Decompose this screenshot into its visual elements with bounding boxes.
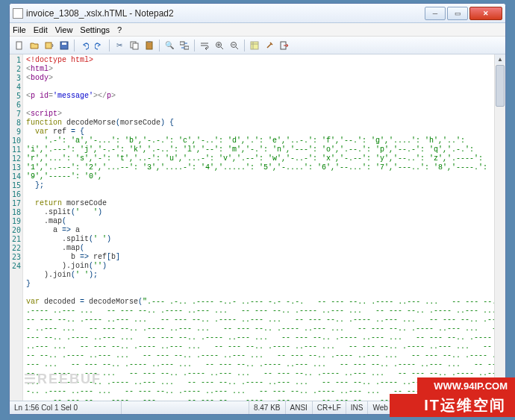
svg-rect-7	[148, 41, 151, 43]
line-number-gutter: 1 2 3 4 5 6 7 8 9 10 11 12 13 14 15 16 1…	[10, 54, 23, 401]
status-position: Ln 1:56 Col 1 Sel 0	[10, 401, 122, 414]
titlebar[interactable]: invoice_1308_.xslx.hTML - Notepad2 ─ ▭ ✕	[10, 4, 505, 23]
status-filesize: 8.47 KB	[249, 401, 286, 414]
toolbar-separator	[244, 40, 245, 51]
replace-icon[interactable]	[178, 39, 191, 52]
vertical-scrollbar[interactable]: ▲ ▼	[494, 54, 505, 401]
menu-help[interactable]: ?	[117, 25, 122, 34]
watermark-brand: IT运维空间	[390, 394, 515, 417]
menubar: File Edit View Settings ?	[10, 23, 505, 37]
window-buttons: ─ ▭ ✕	[423, 7, 502, 20]
svg-rect-1	[46, 43, 52, 48]
code-content[interactable]: <!doctype html> <html> <body> <p id='mes…	[23, 54, 505, 401]
status-eol: CR+LF	[313, 401, 346, 414]
app-window: invoice_1308_.xslx.hTML - Notepad2 ─ ▭ ✕…	[9, 3, 506, 415]
svg-rect-12	[251, 42, 258, 49]
status-spacer	[122, 401, 249, 414]
zoom-in-icon[interactable]	[213, 39, 226, 52]
new-file-icon[interactable]	[13, 39, 26, 52]
scheme-icon[interactable]	[248, 39, 261, 52]
svg-rect-0	[16, 42, 22, 49]
svg-rect-3	[62, 43, 66, 45]
menu-edit[interactable]: Edit	[34, 25, 48, 34]
zoom-out-icon[interactable]	[228, 39, 241, 52]
redo-icon[interactable]	[93, 39, 106, 52]
scrollbar-thumb[interactable]	[496, 65, 505, 107]
undo-icon[interactable]	[78, 39, 91, 52]
open-file-icon[interactable]	[28, 39, 41, 52]
status-encoding: ANSI	[286, 401, 313, 414]
maximize-button[interactable]: ▭	[447, 7, 468, 20]
toolbar: ✂ 🔍	[10, 37, 505, 54]
window-title: invoice_1308_.xslx.hTML - Notepad2	[26, 8, 423, 19]
cut-icon[interactable]: ✂	[113, 39, 126, 52]
menu-settings[interactable]: Settings	[80, 25, 110, 34]
find-icon[interactable]: 🔍	[163, 39, 176, 52]
status-insert: INS	[346, 401, 369, 414]
app-icon	[13, 8, 23, 19]
svg-rect-6	[146, 42, 152, 49]
svg-rect-5	[133, 43, 138, 49]
toolbar-separator	[159, 40, 160, 51]
svg-rect-8	[180, 42, 184, 45]
toolbar-separator	[109, 40, 110, 51]
wordwrap-icon[interactable]	[198, 39, 211, 52]
exit-icon[interactable]	[278, 39, 291, 52]
menu-view[interactable]: View	[55, 25, 73, 34]
minimize-button[interactable]: ─	[425, 7, 446, 20]
paste-icon[interactable]	[143, 39, 156, 52]
editor-area[interactable]: 1 2 3 4 5 6 7 8 9 10 11 12 13 14 15 16 1…	[10, 54, 505, 401]
history-icon[interactable]	[43, 39, 56, 52]
morse-ref-map: '.-': 'a','-...': 'b','-.-.': 'c','-..':…	[26, 137, 505, 181]
toolbar-separator	[74, 40, 75, 51]
scroll-up-icon[interactable]: ▲	[495, 54, 505, 64]
menu-file[interactable]: File	[13, 25, 26, 34]
save-icon[interactable]	[57, 39, 71, 52]
settings-icon[interactable]	[263, 39, 276, 52]
svg-rect-9	[184, 46, 189, 49]
toolbar-separator	[194, 40, 195, 51]
close-button[interactable]: ✕	[469, 7, 502, 20]
copy-icon[interactable]	[128, 39, 141, 52]
watermark-url: WWW.94IP.COM	[417, 377, 515, 395]
